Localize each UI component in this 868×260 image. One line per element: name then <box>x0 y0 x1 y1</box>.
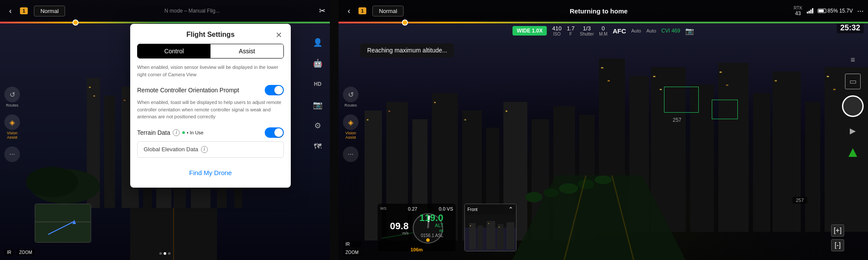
menu-sliders-icon[interactable]: ≡ <box>845 52 861 68</box>
zoom-minus-button[interactable]: [-] <box>831 239 844 251</box>
elevation-data-row[interactable]: Global Elevation Data i <box>137 141 284 158</box>
svg-rect-54 <box>388 110 390 112</box>
tool-map-icon[interactable]: 🗺 <box>310 139 326 154</box>
progress-bar-right <box>339 22 868 23</box>
arrow-up-svg <box>848 147 858 158</box>
sidebar-item-routes-left[interactable]: ↺ Routes <box>4 87 20 107</box>
tool-robot-icon[interactable]: 🤖 <box>310 55 326 71</box>
tab-control[interactable]: Control <box>138 44 210 58</box>
mode-badge-right[interactable]: Normal <box>372 6 404 16</box>
display-rect-icon[interactable]: ▭ <box>845 74 861 89</box>
sidebar-item-more-right[interactable]: ··· <box>343 146 358 162</box>
right-drone-panel: ‹ 1 Normal Returning to home RTK 43 85% … <box>339 0 868 260</box>
modal-close-button[interactable]: ✕ <box>273 30 284 40</box>
shutter-button[interactable] <box>842 95 864 117</box>
svg-point-16 <box>26 167 78 197</box>
timer-display: 25:32 <box>837 23 864 33</box>
iso-value: 410 <box>552 25 562 32</box>
wide-badge[interactable]: WIDE 1.0X <box>513 26 547 36</box>
tool-settings-icon[interactable]: ⚙ <box>310 118 326 133</box>
svg-rect-34 <box>601 67 603 68</box>
svg-rect-57 <box>506 110 507 112</box>
battery-icon <box>818 9 826 13</box>
mode-badge-left[interactable]: Normal <box>34 6 65 16</box>
right-sidebar-tools-right: ≡ ▭ ▶ <box>842 52 864 160</box>
speed-display: 09.8 m/s <box>390 221 409 235</box>
bottom-left-indicators-right: IR ZOOM <box>343 241 361 256</box>
svg-point-60 <box>543 188 559 197</box>
mini-map-body <box>465 214 516 251</box>
sidebar-item-routes-right[interactable]: ↺ Routes <box>343 87 358 107</box>
shutter-value: 1/3 <box>583 25 591 32</box>
asl-value: 0156.1 ASL <box>419 233 443 238</box>
more-menu-button[interactable]: ··· <box>857 6 864 16</box>
svg-rect-71 <box>487 221 495 249</box>
more-icon-right: ··· <box>343 146 358 162</box>
svg-rect-39 <box>726 84 728 86</box>
ir-label-left: IR <box>4 249 14 256</box>
ws-value: 0.27 <box>408 206 417 211</box>
signal-bar-3 <box>810 10 812 13</box>
tool-hd-icon[interactable]: HD <box>310 76 326 92</box>
signal-bars <box>807 8 813 13</box>
auto-label-1: Auto <box>631 28 641 33</box>
dot-1 <box>159 252 162 255</box>
routes-icon-left: ↺ <box>4 87 20 102</box>
svg-rect-53 <box>367 119 368 120</box>
modal-tabs: Control Assist <box>137 44 284 58</box>
vision-assist-icon-left: ◈ <box>4 114 20 130</box>
iso-setting: 410 ISO <box>552 25 562 36</box>
speed-value: 09.8 <box>390 221 409 231</box>
terrain-in-use-badge: • In Use <box>182 130 204 135</box>
afc-badge: AFC <box>613 27 626 35</box>
elevation-info-icon[interactable]: i <box>201 146 208 153</box>
tool-camera-icon[interactable]: 📷 <box>310 97 326 113</box>
mm-label: M.M <box>599 32 607 36</box>
altitude-alert-banner: Reaching maximum altitude... <box>360 43 454 57</box>
instrument-top-row: WS 0.27 0.0 VS <box>380 206 453 211</box>
aperture-label: F <box>569 32 572 36</box>
shutter-label: Shutter <box>580 32 594 36</box>
camera-icon-right[interactable]: 📷 <box>685 27 694 35</box>
map-expand-icon[interactable]: ⌃ <box>508 206 513 213</box>
mini-map-right: Front ⌃ <box>464 204 516 251</box>
focus-rect-1 <box>664 87 699 113</box>
play-icon[interactable]: ▶ <box>845 123 861 139</box>
aperture-value: 1.7 <box>567 25 575 32</box>
tab-assist[interactable]: Assist <box>210 44 283 58</box>
right-sidebar-tools-left: 👤 🤖 HD 📷 ⚙ 🗺 <box>310 35 326 154</box>
vision-assist-icon-right: ◈ <box>343 114 358 130</box>
svg-rect-41 <box>827 76 829 77</box>
svg-rect-56 <box>464 119 466 120</box>
compass-number-overlay: 257 <box>673 117 681 123</box>
svg-rect-12 <box>124 100 125 101</box>
sidebar-item-vision-left[interactable]: ◈ VisionAssist <box>4 114 20 140</box>
mode-number-left: 1 <box>20 7 28 14</box>
terrain-data-row: Terrain Data i • In Use <box>137 127 284 138</box>
tool-person-icon[interactable]: 👤 <box>310 35 326 50</box>
svg-rect-19 <box>35 204 91 243</box>
terrain-toggle[interactable] <box>265 127 284 138</box>
find-drone-button[interactable]: Find My Drone <box>137 165 284 181</box>
terrain-info-icon[interactable]: i <box>173 129 180 136</box>
compass-center-dot <box>426 238 430 242</box>
zoom-label-right: ZOOM <box>343 249 361 256</box>
sidebar-item-vision-right[interactable]: ◈ VisionAssist <box>343 114 358 140</box>
svg-rect-36 <box>653 76 655 77</box>
svg-rect-30 <box>753 93 770 232</box>
mini-map-left <box>35 204 91 243</box>
signal-bar-2 <box>809 11 810 13</box>
mini-map-content-left <box>35 204 91 242</box>
rc-orientation-toggle[interactable] <box>265 85 284 95</box>
svg-point-61 <box>559 183 578 194</box>
elevation-data-label: Global Elevation Data <box>144 146 198 153</box>
tools-icon-left[interactable]: ✂ <box>319 6 326 16</box>
back-button-right[interactable]: ‹ <box>343 5 355 17</box>
zoom-plus-button[interactable]: [+] <box>831 224 844 237</box>
routes-label-left: Routes <box>6 103 19 107</box>
top-bar-left: ‹ 1 Normal N mode – Manual Flig... ✂ <box>0 0 330 22</box>
back-button-left[interactable]: ‹ <box>4 5 16 17</box>
altitude-unit: ALTm <box>419 223 443 233</box>
direction-label: 257 <box>792 197 807 204</box>
sidebar-item-more-left[interactable]: ··· <box>4 146 20 162</box>
